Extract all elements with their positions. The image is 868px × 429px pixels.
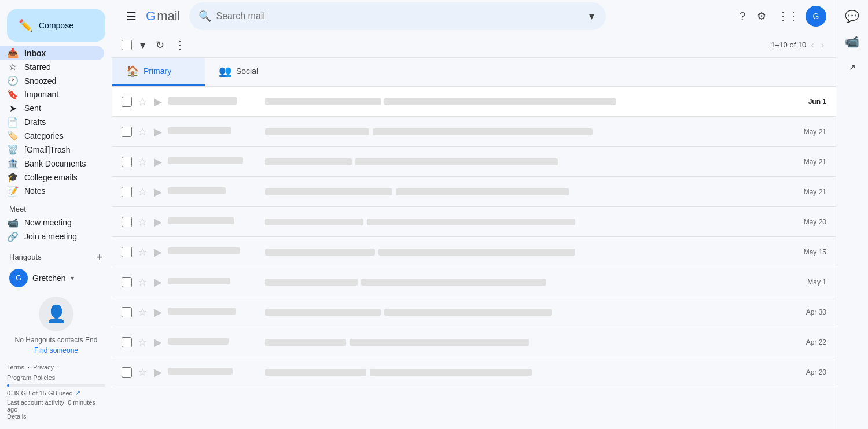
tab-primary[interactable]: 🏠 Primary: [112, 58, 205, 86]
topbar-right: ? ⚙ ⋮⋮ G: [735, 5, 826, 27]
table-row[interactable]: ☆ ▶ May 21: [112, 117, 836, 147]
label-button[interactable]: ▶: [153, 154, 163, 169]
sidebar-item-starred[interactable]: ☆ Starred: [0, 60, 104, 74]
email-checkbox[interactable]: [122, 277, 132, 287]
star-button[interactable]: ☆: [137, 365, 148, 380]
label-button[interactable]: ▶: [153, 245, 163, 260]
categories-icon: 🏷️: [7, 130, 19, 141]
label-button[interactable]: ▶: [153, 214, 163, 230]
no-hangouts-text: No Hangouts contacts End: [15, 336, 98, 344]
search-input[interactable]: [216, 11, 582, 21]
email-content: [265, 339, 801, 346]
next-page-button[interactable]: ›: [819, 38, 826, 53]
inbox-icon: 📥: [7, 47, 19, 58]
sidebar-item-important[interactable]: 🔖 Important: [0, 88, 104, 102]
table-row[interactable]: ☆ ▶ May 1: [112, 267, 836, 297]
label-button[interactable]: ▶: [153, 305, 163, 320]
snoozed-label: Snoozed: [24, 76, 95, 86]
label-button[interactable]: ▶: [153, 124, 163, 139]
follow-storage-link[interactable]: ↗: [75, 389, 80, 397]
terms-link[interactable]: Terms: [7, 364, 24, 371]
sidebar-item-bank-documents[interactable]: 🏦 Bank Documents: [0, 157, 104, 171]
table-row[interactable]: ☆ ▶ Apr 22: [112, 327, 836, 357]
meet-section-label: Meet: [0, 200, 112, 216]
hangouts-user-item[interactable]: G Gretchen ▾: [5, 267, 108, 290]
star-button[interactable]: ☆: [137, 214, 148, 230]
privacy-link[interactable]: Privacy: [33, 364, 54, 371]
find-someone-link[interactable]: Find someone: [34, 346, 78, 354]
email-sender: [168, 338, 260, 347]
meet-icon: 📹: [845, 35, 859, 49]
table-row[interactable]: ☆ ▶ Apr 30: [112, 297, 836, 327]
star-button[interactable]: ☆: [137, 94, 148, 109]
email-checkbox[interactable]: [122, 307, 132, 317]
label-button[interactable]: ▶: [153, 184, 163, 199]
table-row[interactable]: ☆ ▶ May 15: [112, 237, 836, 267]
account-avatar[interactable]: G: [806, 6, 826, 27]
table-row[interactable]: ☆ ▶ May 21: [112, 177, 836, 207]
star-button[interactable]: ☆: [137, 124, 148, 139]
star-button[interactable]: ☆: [137, 335, 148, 350]
email-date: Apr 22: [806, 338, 826, 346]
table-row[interactable]: ☆ ▶ Apr 20: [112, 357, 836, 387]
right-expand-button[interactable]: ↗: [841, 56, 864, 79]
right-chat-button[interactable]: 💬: [841, 5, 864, 28]
sidebar-item-new-meeting[interactable]: 📹 New meeting: [0, 216, 104, 230]
label-button[interactable]: ▶: [153, 275, 163, 290]
social-tab-icon: 👥: [219, 65, 231, 77]
no-hangouts-avatar: 👤: [39, 297, 73, 331]
gmail-logo-g: G: [146, 9, 156, 24]
email-date: May 21: [804, 128, 826, 136]
right-meet-button[interactable]: 📹: [841, 30, 864, 53]
tab-social[interactable]: 👥 Social: [205, 58, 297, 86]
refresh-button[interactable]: ↻: [151, 35, 169, 55]
star-button[interactable]: ☆: [137, 305, 148, 320]
sidebar-item-sent[interactable]: ➤ Sent: [0, 101, 104, 115]
search-options-button[interactable]: ▾: [587, 8, 597, 25]
email-checkbox[interactable]: [122, 97, 132, 107]
apps-button[interactable]: ⋮⋮: [773, 5, 803, 27]
sidebar-item-snoozed[interactable]: 🕐 Snoozed: [0, 74, 104, 88]
sidebar-item-drafts[interactable]: 📄 Drafts: [0, 115, 104, 129]
support-button[interactable]: ?: [735, 6, 750, 27]
toolbar-dropdown-button[interactable]: ▾: [135, 35, 150, 55]
more-options-button[interactable]: ⋮: [170, 35, 190, 55]
menu-button[interactable]: ☰: [122, 5, 141, 28]
sidebar-item-notes[interactable]: 📝 Notes: [0, 184, 104, 198]
settings-button[interactable]: ⚙: [752, 5, 771, 27]
details-link[interactable]: Details: [7, 413, 27, 420]
table-row[interactable]: ☆ ▶ Jun 1: [112, 87, 836, 117]
email-checkbox[interactable]: [122, 367, 132, 378]
star-button[interactable]: ☆: [137, 184, 148, 199]
hangouts-add-button[interactable]: +: [96, 252, 103, 263]
email-content: [265, 279, 803, 286]
email-checkbox[interactable]: [122, 157, 132, 167]
email-checkbox[interactable]: [122, 127, 132, 137]
prev-page-button[interactable]: ‹: [808, 38, 816, 53]
program-policies-link[interactable]: Program Policies: [7, 374, 55, 381]
sidebar-item-categories[interactable]: 🏷️ Categories: [0, 129, 104, 143]
table-row[interactable]: ☆ ▶ May 21: [112, 147, 836, 177]
star-button[interactable]: ☆: [137, 154, 148, 169]
star-button[interactable]: ☆: [137, 275, 148, 290]
email-checkbox[interactable]: [122, 247, 132, 257]
pagination-text: 1–10 of 10: [771, 40, 806, 49]
sidebar-item-inbox[interactable]: 📥 Inbox: [0, 46, 104, 60]
email-checkbox[interactable]: [122, 337, 132, 347]
hangouts-chevron-icon: ▾: [71, 274, 74, 282]
label-button[interactable]: ▶: [153, 94, 163, 109]
hangouts-section: Hangouts + G Gretchen ▾: [0, 248, 112, 290]
star-button[interactable]: ☆: [137, 245, 148, 260]
label-button[interactable]: ▶: [153, 335, 163, 350]
email-content: [265, 188, 799, 195]
email-checkbox[interactable]: [122, 217, 132, 227]
select-all-checkbox[interactable]: [122, 40, 132, 50]
email-checkbox[interactable]: [122, 187, 132, 197]
sidebar-item-college-emails[interactable]: 🎓 College emails: [0, 171, 104, 184]
sidebar-item-gmail-trash[interactable]: 🗑️ [Gmail]Trash: [0, 143, 104, 157]
sidebar-item-join-meeting[interactable]: 🔗 Join a meeting: [0, 230, 104, 243]
email-sender: [168, 278, 260, 287]
compose-button[interactable]: ✏️ Compose: [7, 9, 105, 42]
label-button[interactable]: ▶: [153, 365, 163, 380]
table-row[interactable]: ☆ ▶ May 20: [112, 207, 836, 237]
